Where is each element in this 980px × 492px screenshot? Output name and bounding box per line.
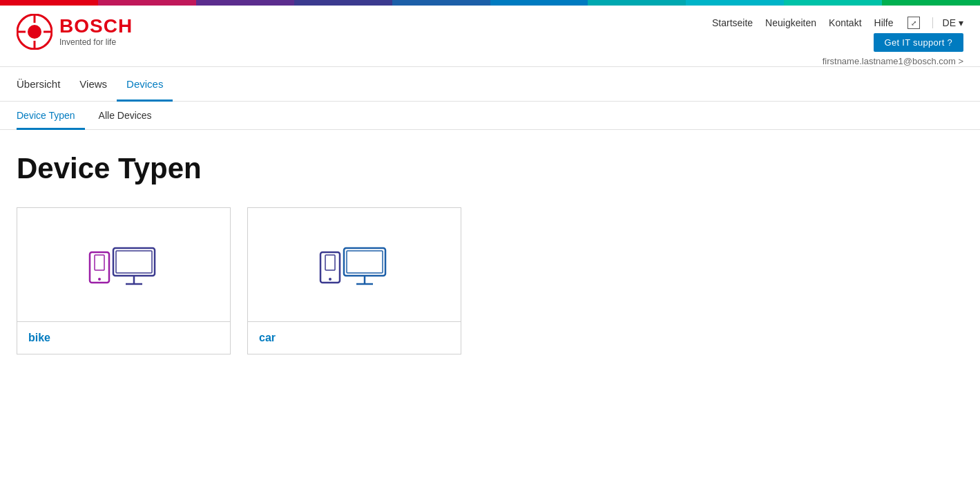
svg-point-1 <box>28 25 41 39</box>
page-content: Device Typen bike <box>0 130 980 377</box>
svg-rect-10 <box>116 251 152 273</box>
expand-view-icon[interactable]: ⤢ <box>907 17 920 29</box>
svg-point-8 <box>98 278 101 281</box>
bike-label-area: bike <box>17 322 230 354</box>
logo-tagline: Invented for life <box>59 37 133 47</box>
nav-devices[interactable]: Devices <box>117 67 173 102</box>
bosch-name: BOSCH <box>59 17 133 36</box>
car-label: car <box>259 332 276 343</box>
neuigkeiten-link[interactable]: Neuigkeiten <box>765 17 816 28</box>
language-selector[interactable]: DE ▾ <box>932 17 963 28</box>
rainbow-bar <box>0 0 980 6</box>
svg-rect-16 <box>344 248 385 276</box>
bike-label: bike <box>28 332 50 343</box>
startseite-link[interactable]: Startseite <box>712 17 753 28</box>
bike-device-icon <box>86 237 162 292</box>
sub-nav-alle-devices[interactable]: Alle Devices <box>99 102 162 130</box>
header-right: Startseite Neuigkeiten Kontakt Hilfe ⤢ D… <box>712 14 963 66</box>
get-support-button[interactable]: Get IT support ? <box>874 33 964 52</box>
svg-rect-9 <box>113 248 155 276</box>
bike-icon-area <box>17 208 230 322</box>
device-type-cards: bike car <box>17 207 963 354</box>
nav-views[interactable]: Views <box>70 67 117 102</box>
car-icon-area <box>248 208 461 322</box>
main-navigation: Übersicht Views Devices <box>0 67 980 102</box>
car-device-icon <box>316 237 392 292</box>
sub-navigation: Device Typen Alle Devices <box>0 102 980 130</box>
device-card-car[interactable]: car <box>247 207 461 354</box>
lang-label: DE <box>943 17 956 28</box>
svg-point-15 <box>329 278 332 281</box>
sub-nav-device-typen[interactable]: Device Typen <box>17 102 85 130</box>
page-title: Device Typen <box>17 152 963 185</box>
car-label-area: car <box>248 322 461 354</box>
nav-ubersicht[interactable]: Übersicht <box>17 67 70 102</box>
bosch-logo-icon <box>17 14 52 50</box>
user-email[interactable]: firstname.lastname1@bosch.com > <box>823 56 963 66</box>
logo-area: BOSCH Invented for life <box>17 14 133 50</box>
svg-rect-7 <box>95 255 104 270</box>
logo-text: BOSCH Invented for life <box>59 17 133 47</box>
kontakt-link[interactable]: Kontakt <box>829 17 861 28</box>
header-navigation: Startseite Neuigkeiten Kontakt Hilfe ⤢ D… <box>712 17 963 29</box>
device-card-bike[interactable]: bike <box>17 207 231 354</box>
svg-rect-14 <box>325 255 335 270</box>
chevron-down-icon: ▾ <box>959 17 963 28</box>
hilfe-link[interactable]: Hilfe <box>874 17 894 28</box>
header: BOSCH Invented for life Startseite Neuig… <box>0 6 980 67</box>
svg-rect-17 <box>347 251 383 273</box>
